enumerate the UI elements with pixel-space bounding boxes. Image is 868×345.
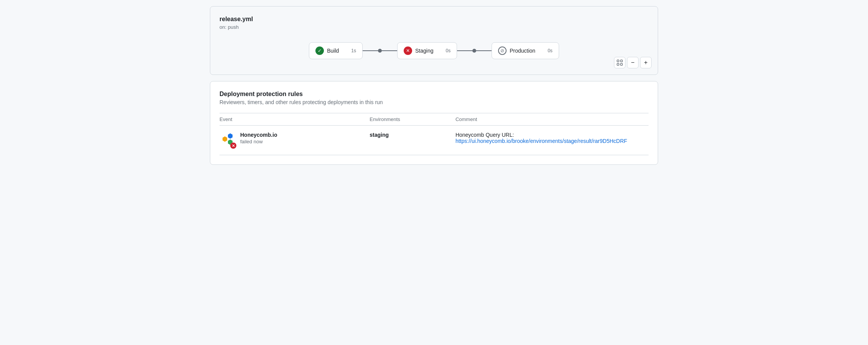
fit-button[interactable] xyxy=(614,57,625,68)
svg-marker-5 xyxy=(223,136,227,142)
zoom-controls: − + xyxy=(614,57,652,68)
connector-dot-1 xyxy=(378,49,382,53)
connector-line-1 xyxy=(363,50,378,51)
staging-duration: 0s xyxy=(437,48,451,53)
workflow-panel: release.yml on: push ✓ Build 1s ✕ Stagin… xyxy=(210,6,658,75)
protection-panel: Deployment protection rules Reviewers, t… xyxy=(210,81,658,165)
comment-label: Honeycomb Query URL: xyxy=(455,132,514,138)
event-info: Honeycomb.io failed now xyxy=(240,132,277,144)
workflow-title: release.yml xyxy=(219,16,649,23)
staging-node-label: Staging xyxy=(415,48,433,54)
failed-badge: ✕ xyxy=(230,143,236,149)
svg-rect-0 xyxy=(617,60,619,62)
production-node[interactable]: ⊘ Production 0s xyxy=(492,42,559,59)
event-name: Honeycomb.io xyxy=(240,132,277,138)
build-node-label: Build xyxy=(327,48,339,54)
zoom-in-button[interactable]: + xyxy=(640,57,652,68)
environment-value: staging xyxy=(370,132,389,138)
honeycomb-logo: ✕ xyxy=(219,132,236,149)
svg-rect-2 xyxy=(617,63,619,65)
staging-status-icon: ✕ xyxy=(404,46,412,55)
connector-line-3 xyxy=(457,50,472,51)
production-status-icon: ⊘ xyxy=(498,46,507,55)
protection-subtitle: Reviewers, timers, and other rules prote… xyxy=(219,99,649,105)
table-row: ✕ Honeycomb.io failed now staging xyxy=(219,126,649,155)
event-status: failed now xyxy=(240,139,277,144)
production-node-label: Production xyxy=(510,48,535,54)
svg-rect-3 xyxy=(620,63,622,65)
svg-rect-1 xyxy=(620,60,622,62)
protection-title: Deployment protection rules xyxy=(219,91,649,98)
col-event: Event xyxy=(219,113,370,126)
comment-cell: Honeycomb Query URL: https://ui.honeycom… xyxy=(455,132,649,144)
connector-2 xyxy=(457,49,492,53)
connector-dot-2 xyxy=(472,49,476,53)
col-comment: Comment xyxy=(455,113,649,126)
event-cell: ✕ Honeycomb.io failed now xyxy=(219,132,370,149)
pipeline-container: ✓ Build 1s ✕ Staging 0s xyxy=(219,42,649,59)
svg-marker-4 xyxy=(228,133,233,139)
workflow-subtitle: on: push xyxy=(219,24,649,30)
connector-1 xyxy=(363,49,397,53)
col-environments: Environments xyxy=(370,113,455,126)
build-status-icon: ✓ xyxy=(315,46,324,55)
protection-table: Event Environments Comment xyxy=(219,113,649,155)
production-duration: 0s xyxy=(538,48,553,53)
zoom-out-button[interactable]: − xyxy=(627,57,639,68)
build-node[interactable]: ✓ Build 1s xyxy=(309,42,363,59)
build-duration: 1s xyxy=(342,48,356,53)
staging-node[interactable]: ✕ Staging 0s xyxy=(397,42,457,59)
comment-url-link[interactable]: https://ui.honeycomb.io/brooke/environme… xyxy=(455,138,627,144)
connector-line-4 xyxy=(476,50,492,51)
connector-line-2 xyxy=(382,50,397,51)
